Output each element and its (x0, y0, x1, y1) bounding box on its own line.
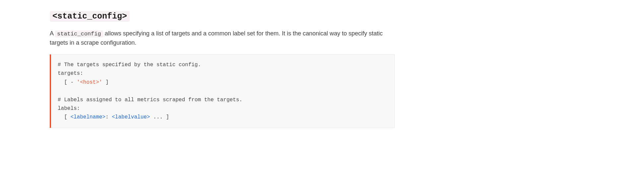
code-line: targets: (58, 70, 83, 76)
code-block: # The targets specified by the static co… (50, 54, 395, 128)
code-link-labelname[interactable]: <labelname> (70, 114, 105, 120)
code-string-host: '<host>' (77, 79, 102, 85)
code-line: # The targets specified by the static co… (58, 62, 201, 68)
code-line-seg: ... ] (150, 114, 169, 120)
code-line-seg: [ (58, 114, 70, 120)
code-line: # Labels assigned to all metrics scraped… (58, 97, 242, 103)
code-link-labelvalue[interactable]: <labelvalue> (112, 114, 150, 120)
code-line-seg: [ - (58, 79, 77, 85)
section-heading: <static_config> (50, 9, 395, 23)
code-line: labels: (58, 106, 80, 111)
desc-text-pre: A (50, 30, 55, 37)
code-line-seg: : (105, 114, 112, 120)
section-description: A static_config allows specifying a list… (50, 29, 395, 48)
desc-inline-code: static_config (55, 30, 103, 37)
doc-section: <static_config> A static_config allows s… (50, 9, 395, 128)
heading-code: <static_config> (50, 11, 130, 22)
code-line-seg: ] (102, 79, 108, 85)
